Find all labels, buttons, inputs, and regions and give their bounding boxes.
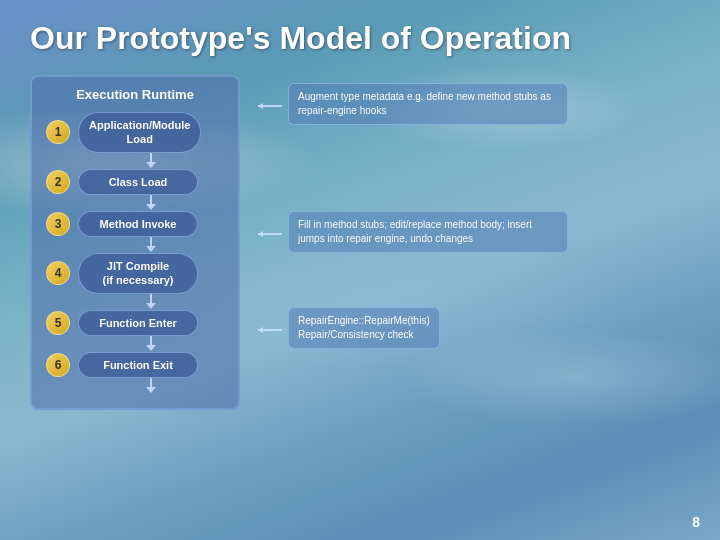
arrow-2-3 — [62, 195, 240, 211]
arrow-3-4 — [62, 237, 240, 253]
annotation-entry-3: RepairEngine::RepairMe(this)Repair/Consi… — [258, 307, 690, 353]
spacer-bot — [258, 257, 690, 307]
spacer-mid — [258, 129, 690, 211]
annotation-box-3: RepairEngine::RepairMe(this)Repair/Consi… — [288, 307, 440, 349]
step-row-3: 3 Method Invoke — [46, 211, 224, 237]
step-row-2: 2 Class Load — [46, 169, 224, 195]
step-box-2: Class Load — [78, 169, 198, 195]
arrow-6-end — [62, 378, 240, 394]
step-num-1: 1 — [46, 120, 70, 144]
step-box-4: JIT Compile(if necessary) — [78, 253, 198, 294]
step-row-4: 4 JIT Compile(if necessary) — [46, 253, 224, 294]
connector-line-3 — [258, 329, 282, 331]
connector-line-2 — [258, 233, 282, 235]
annotation-box-2: Fill in method stubs; edit/replace metho… — [288, 211, 568, 253]
step-num-6: 6 — [46, 353, 70, 377]
step-box-5: Function Enter — [78, 310, 198, 336]
arrow-4-5 — [62, 294, 240, 310]
step-num-2: 2 — [46, 170, 70, 194]
step-box-6: Function Exit — [78, 352, 198, 378]
step-num-4: 4 — [46, 261, 70, 285]
arrow-1-2 — [62, 153, 240, 169]
step-row-5: 5 Function Enter — [46, 310, 224, 336]
flow-steps: 1 Application/ModuleLoad 2 Class Load 3 … — [46, 112, 224, 394]
runtime-title: Execution Runtime — [46, 87, 224, 102]
step-box-1: Application/ModuleLoad — [78, 112, 201, 153]
runtime-box: Execution Runtime 1 Application/ModuleLo… — [30, 75, 240, 410]
step-row-6: 6 Function Exit — [46, 352, 224, 378]
slide-title: Our Prototype's Model of Operation — [30, 20, 690, 57]
step-row-1: 1 Application/ModuleLoad — [46, 112, 224, 153]
step-box-3: Method Invoke — [78, 211, 198, 237]
slide: Our Prototype's Model of Operation Execu… — [0, 0, 720, 540]
content-area: Execution Runtime 1 Application/ModuleLo… — [30, 75, 690, 410]
arrow-5-6 — [62, 336, 240, 352]
right-panel: Augment type metadata e.g. define new me… — [258, 75, 690, 353]
annotation-box-1: Augment type metadata e.g. define new me… — [288, 83, 568, 125]
step-num-5: 5 — [46, 311, 70, 335]
annotation-entry-1: Augment type metadata e.g. define new me… — [258, 83, 690, 129]
step-num-3: 3 — [46, 212, 70, 236]
page-number: 8 — [692, 514, 700, 530]
annotation-entry-2: Fill in method stubs; edit/replace metho… — [258, 211, 690, 257]
connector-line-1 — [258, 105, 282, 107]
